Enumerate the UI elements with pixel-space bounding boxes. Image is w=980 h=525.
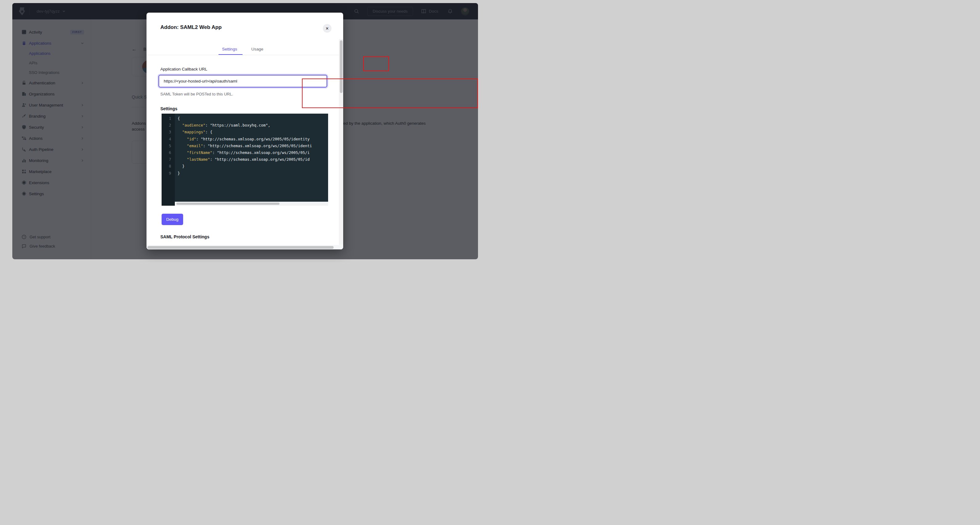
tabbar-divider bbox=[146, 55, 343, 55]
callback-url-input[interactable] bbox=[159, 75, 327, 88]
saml-protocol-settings-heading: SAML Protocol Settings bbox=[161, 234, 209, 239]
close-icon: ✕ bbox=[326, 26, 329, 31]
code-line: } bbox=[178, 170, 328, 177]
line-number: 8 bbox=[162, 163, 175, 170]
line-number: 2 bbox=[162, 122, 175, 129]
editor-line-numbers: 123456789 bbox=[162, 113, 175, 206]
modal-title: Addon: SAML2 Web App bbox=[161, 24, 222, 30]
code-line: { bbox=[178, 115, 328, 122]
code-line: "firstName": "http://schemas.xmlsoap.org… bbox=[178, 149, 328, 156]
code-line: "email": "http://schemas.xmlsoap.org/ws/… bbox=[178, 142, 328, 149]
callback-url-label: Application Callback URL bbox=[161, 67, 207, 72]
editor-horizontal-scrollbar[interactable] bbox=[175, 202, 328, 206]
line-number: 4 bbox=[162, 136, 175, 142]
modal-horizontal-scrollbar-thumb[interactable] bbox=[148, 246, 334, 249]
line-number: 7 bbox=[162, 156, 175, 163]
settings-section-heading: Settings bbox=[161, 106, 177, 111]
line-number: 6 bbox=[162, 149, 175, 156]
line-number: 5 bbox=[162, 142, 175, 149]
tab-usage[interactable]: Usage bbox=[250, 44, 265, 54]
line-number: 3 bbox=[162, 129, 175, 136]
close-button[interactable]: ✕ bbox=[323, 24, 331, 33]
line-number: 1 bbox=[162, 115, 175, 122]
addon-saml2-modal: Addon: SAML2 Web App ✕ Settings Usage Ap… bbox=[146, 13, 343, 249]
editor-scrollbar-thumb[interactable] bbox=[177, 203, 280, 205]
settings-json-editor[interactable]: 123456789 { "audience": "https://saml.bo… bbox=[162, 113, 328, 206]
code-line: "lastName": "http://schemas.xmlsoap.org/… bbox=[178, 156, 328, 163]
modal-vertical-scrollbar-thumb[interactable] bbox=[340, 40, 342, 93]
code-line: "audience": "https://saml.boxyhq.com", bbox=[178, 122, 328, 129]
line-number: 9 bbox=[162, 170, 175, 177]
editor-code[interactable]: { "audience": "https://saml.boxyhq.com",… bbox=[175, 113, 328, 202]
debug-button[interactable]: Debug bbox=[162, 214, 183, 225]
code-line: "mappings": { bbox=[178, 129, 328, 136]
modal-tabbar: Settings Usage bbox=[146, 44, 343, 55]
tab-settings[interactable]: Settings bbox=[217, 44, 243, 54]
callback-url-helper: SAML Token will be POSTed to this URL. bbox=[161, 92, 233, 96]
code-line: "id": "http://schemas.xmlsoap.org/ws/200… bbox=[178, 136, 328, 142]
code-line: } bbox=[178, 163, 328, 170]
